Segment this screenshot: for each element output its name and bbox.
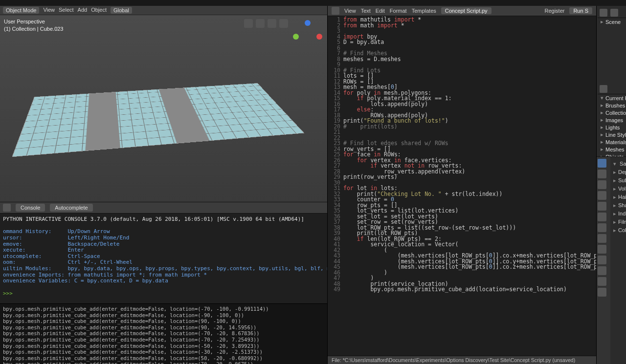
chevron-right-icon: ▸ bbox=[601, 109, 604, 116]
mode-selector[interactable]: Object Mode bbox=[3, 7, 39, 14]
chevron-down-icon: ▾ bbox=[601, 95, 604, 101]
properties-editor[interactable]: ▾ Sampling ▸Depth of Field▸Subsurface▸Vo… bbox=[597, 157, 626, 364]
viewport-info: User Perspective (1) Collection | Cube.0… bbox=[4, 18, 63, 33]
data-tab-icon[interactable] bbox=[598, 266, 606, 275]
axis-z-icon[interactable] bbox=[305, 20, 311, 26]
ed-format-menu[interactable]: Format bbox=[390, 8, 407, 14]
viewlayer-tab-icon[interactable] bbox=[598, 180, 606, 189]
outliner-header-2[interactable] bbox=[598, 84, 626, 94]
outliner-item[interactable]: ▸Meshes bbox=[598, 146, 626, 153]
prop-panel[interactable]: ▸Film bbox=[612, 218, 626, 226]
prop-panel[interactable]: ▸Hair bbox=[612, 193, 626, 201]
console-button[interactable]: Console bbox=[16, 204, 45, 212]
chevron-right-icon: ▸ bbox=[601, 117, 604, 123]
zoom-icon[interactable] bbox=[279, 19, 288, 28]
add-menu[interactable]: Add bbox=[78, 7, 88, 14]
world-tab-icon[interactable] bbox=[598, 202, 606, 211]
info-report: bpy.ops.mesh.primitive_cube_add(enter_ed… bbox=[0, 303, 327, 364]
output-tab-icon[interactable] bbox=[598, 170, 606, 178]
prop-panel[interactable]: ▸Volume bbox=[612, 185, 626, 193]
outliner-header[interactable] bbox=[598, 8, 626, 18]
physics-tab-icon[interactable] bbox=[598, 245, 606, 254]
pan-icon[interactable] bbox=[268, 19, 276, 28]
chevron-down-icon: ▾ bbox=[613, 161, 616, 167]
current-file-row[interactable]: ▾ Current File bbox=[598, 94, 626, 102]
camera-view-icon[interactable] bbox=[244, 19, 253, 28]
chevron-right-icon: ▸ bbox=[613, 194, 616, 200]
autocomplete-button[interactable]: Autocomplete bbox=[50, 204, 92, 212]
text-editor-header[interactable]: View Text Edit Format Templates Concept … bbox=[328, 6, 596, 16]
editor-footer: File: *C:\Users\mstafford\Documents\Expe… bbox=[328, 356, 596, 364]
material-tab-icon[interactable] bbox=[598, 277, 606, 286]
modifier-tab-icon[interactable] bbox=[598, 223, 606, 232]
chevron-right-icon: ▸ bbox=[613, 186, 616, 192]
chevron-right-icon: ▸ bbox=[601, 146, 604, 152]
outliner-item[interactable]: ▸Lights bbox=[598, 124, 626, 131]
chevron-right-icon: ▸ bbox=[601, 139, 604, 145]
viewport-toolbar[interactable] bbox=[244, 19, 288, 28]
mesh-object[interactable] bbox=[12, 83, 304, 157]
render-tab-icon[interactable] bbox=[598, 159, 606, 168]
axis-x-icon[interactable] bbox=[316, 34, 322, 40]
prop-panel[interactable]: ▸Shadows bbox=[612, 201, 626, 210]
perspective-icon[interactable] bbox=[256, 19, 265, 28]
outliner-item[interactable]: ▸Line Styles bbox=[598, 131, 626, 138]
orientation-selector[interactable]: Global bbox=[111, 7, 132, 14]
ed-edit-menu[interactable]: Edit bbox=[376, 8, 385, 14]
filter-icon[interactable] bbox=[610, 9, 618, 17]
file-name-field[interactable]: Concept Script.py bbox=[441, 7, 492, 14]
chevron-right-icon: ▸ bbox=[613, 227, 616, 233]
axis-y-icon[interactable] bbox=[293, 34, 299, 40]
chevron-right-icon: ▸ bbox=[601, 131, 604, 138]
texture-tab-icon[interactable] bbox=[598, 288, 606, 297]
outliner-item[interactable]: ▸Collections bbox=[598, 109, 626, 116]
chevron-right-icon: ▸ bbox=[613, 202, 616, 208]
chevron-right-icon: ▸ bbox=[613, 169, 616, 175]
chevron-right-icon: ▸ bbox=[613, 177, 616, 183]
outliner-item[interactable]: ▸Objects bbox=[598, 153, 626, 157]
code-source[interactable]: from mathutils import * from math import… bbox=[343, 17, 596, 356]
register-toggle[interactable]: Register bbox=[544, 8, 564, 14]
chevron-right-icon: ▸ bbox=[601, 19, 604, 25]
line-gutter: 1 2 3 4 5 6 7 8 9 10 11 12 13 14 15 16 1… bbox=[328, 17, 343, 356]
viewport-header[interactable]: Object Mode View Select Add Object Globa… bbox=[0, 6, 327, 15]
chevron-right-icon: ▸ bbox=[601, 102, 604, 108]
properties-tabs[interactable] bbox=[597, 157, 610, 364]
prop-panel[interactable]: ▸Color bbox=[612, 226, 626, 235]
scene-row[interactable]: ▸ Scene bbox=[598, 18, 626, 25]
code-area[interactable]: 1 2 3 4 5 6 7 8 9 10 11 12 13 14 15 16 1… bbox=[328, 16, 596, 356]
chevron-right-icon: ▸ bbox=[613, 211, 616, 216]
console-editor-icon[interactable] bbox=[3, 204, 11, 212]
nav-gizmo[interactable] bbox=[293, 20, 322, 49]
view-label: User Perspective bbox=[4, 18, 63, 25]
console-header[interactable]: Console Autocomplete bbox=[0, 202, 327, 214]
outliner-item[interactable]: ▸Materials bbox=[598, 138, 626, 146]
object-menu[interactable]: Object bbox=[91, 7, 107, 14]
chevron-right-icon: ▸ bbox=[613, 219, 616, 225]
particle-tab-icon[interactable] bbox=[598, 234, 606, 243]
outliner-item[interactable]: ▸Brushes bbox=[598, 102, 626, 109]
constraint-tab-icon[interactable] bbox=[598, 256, 606, 264]
prop-panel[interactable]: ▸Indirect Lighting bbox=[612, 210, 626, 218]
ed-text-menu[interactable]: Text bbox=[361, 8, 371, 14]
chevron-right-icon: ▸ bbox=[601, 153, 604, 157]
active-object-label: (1) Collection | Cube.023 bbox=[4, 25, 63, 33]
run-script-button[interactable]: Run S bbox=[569, 7, 592, 14]
text-editor-icon[interactable] bbox=[332, 7, 339, 15]
object-tab-icon[interactable] bbox=[598, 213, 606, 221]
ed-view-menu[interactable]: View bbox=[344, 8, 356, 14]
chevron-right-icon: ▸ bbox=[601, 124, 604, 130]
3d-viewport[interactable]: User Perspective (1) Collection | Cube.0… bbox=[0, 15, 327, 202]
outliner-item[interactable]: ▸Images bbox=[598, 116, 626, 124]
python-console[interactable]: PYTHON INTERACTIVE CONSOLE 3.7.0 (defaul… bbox=[0, 214, 327, 303]
outliner[interactable]: ▸ Scene ▾ Current File ▸Brushes▸Collecti… bbox=[597, 6, 626, 157]
scene-tab-icon[interactable] bbox=[598, 191, 606, 200]
outliner-editor-icon[interactable] bbox=[600, 9, 607, 17]
ed-templates-menu[interactable]: Templates bbox=[412, 8, 436, 14]
prop-panel[interactable]: ▾ Sampling bbox=[612, 160, 626, 168]
view-menu[interactable]: View bbox=[43, 7, 55, 14]
prop-panel[interactable]: ▸Subsurface bbox=[612, 176, 626, 185]
prop-panel[interactable]: ▸Depth of Field bbox=[612, 168, 626, 176]
select-menu[interactable]: Select bbox=[59, 7, 74, 14]
outliner-editor-icon[interactable] bbox=[600, 85, 607, 93]
